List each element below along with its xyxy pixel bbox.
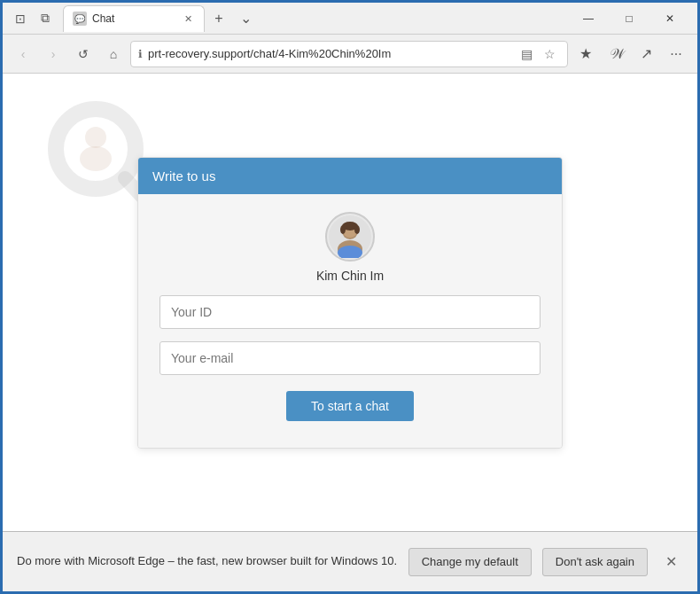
duplicate-tab-button[interactable]: ⧉ (35, 8, 56, 29)
bottom-bar-close-button[interactable]: ✕ (658, 550, 683, 574)
save-page-button[interactable]: ⊡ (10, 8, 31, 29)
svg-point-10 (340, 225, 346, 234)
svg-point-11 (354, 225, 360, 234)
close-icon: ✕ (665, 553, 677, 570)
lock-icon: ℹ (138, 48, 143, 60)
svg-point-0 (56, 109, 136, 189)
title-bar: ⊡ ⧉ 💬 Chat ✕ + ⌄ — □ ✕ (3, 3, 697, 35)
window-controls: — □ ✕ (568, 3, 690, 35)
tab-favicon: 💬 (73, 12, 87, 26)
toolbar-actions: ★ 𝒲 ↗ ··· (572, 40, 690, 68)
maximize-button[interactable]: □ (609, 3, 649, 35)
url-text: prt-recovery.support/chat/4-Kim%20Chin%2… (148, 47, 510, 60)
reading-list-button[interactable]: 𝒲 (602, 40, 630, 68)
dont-ask-button[interactable]: Don't ask again (542, 548, 648, 576)
email-input[interactable] (159, 341, 541, 375)
start-chat-button[interactable]: To start a chat (286, 391, 414, 421)
chat-form-wrapper: Write to us (137, 157, 563, 449)
agent-avatar (325, 212, 375, 262)
chat-form: Write to us (137, 157, 563, 449)
active-tab[interactable]: 💬 Chat ✕ (63, 5, 205, 32)
chat-form-header: Write to us (138, 158, 562, 194)
chat-form-body: Kim Chin Im To start a chat (138, 194, 562, 448)
url-actions: ▤ ☆ (516, 43, 560, 65)
address-bar: ‹ › ↺ ⌂ ℹ prt-recovery.support/chat/4-Ki… (3, 35, 697, 74)
tab-dropdown-button[interactable]: ⌄ (233, 6, 258, 31)
bottom-bar-message: Do more with Microsoft Edge – the fast, … (17, 553, 398, 569)
home-button[interactable]: ⌂ (100, 41, 127, 67)
refresh-button[interactable]: ↺ (70, 41, 97, 67)
tab-bar: 💬 Chat ✕ + ⌄ (63, 5, 564, 32)
svg-point-2 (85, 127, 106, 148)
forward-button[interactable]: › (40, 41, 66, 67)
tab-title: Chat (92, 12, 175, 25)
agent-name: Kim Chin Im (316, 269, 384, 283)
close-button[interactable]: ✕ (649, 3, 690, 35)
title-bar-controls: ⊡ ⧉ (10, 8, 56, 29)
back-button[interactable]: ‹ (10, 41, 36, 67)
url-bar[interactable]: ℹ prt-recovery.support/chat/4-Kim%20Chin… (130, 41, 568, 67)
change-default-button[interactable]: Change my default (408, 548, 532, 576)
minimize-button[interactable]: — (568, 3, 609, 35)
more-button[interactable]: ··· (662, 40, 690, 68)
tab-close-button[interactable]: ✕ (181, 12, 195, 26)
reading-mode-button[interactable]: ▤ (516, 43, 537, 65)
browser-window: ⊡ ⧉ 💬 Chat ✕ + ⌄ — □ ✕ ‹ › ↺ ⌂ ℹ prt-rec… (0, 0, 700, 594)
page-content: prt RISK.COM Write to us (3, 74, 697, 531)
svg-point-3 (80, 146, 112, 171)
favorite-button[interactable]: ☆ (539, 43, 560, 65)
bottom-notification-bar: Do more with Microsoft Edge – the fast, … (3, 531, 697, 591)
favorites-button[interactable]: ★ (572, 40, 600, 68)
new-tab-button[interactable]: + (206, 6, 231, 31)
share-button[interactable]: ↗ (632, 40, 660, 68)
id-input[interactable] (159, 295, 541, 329)
